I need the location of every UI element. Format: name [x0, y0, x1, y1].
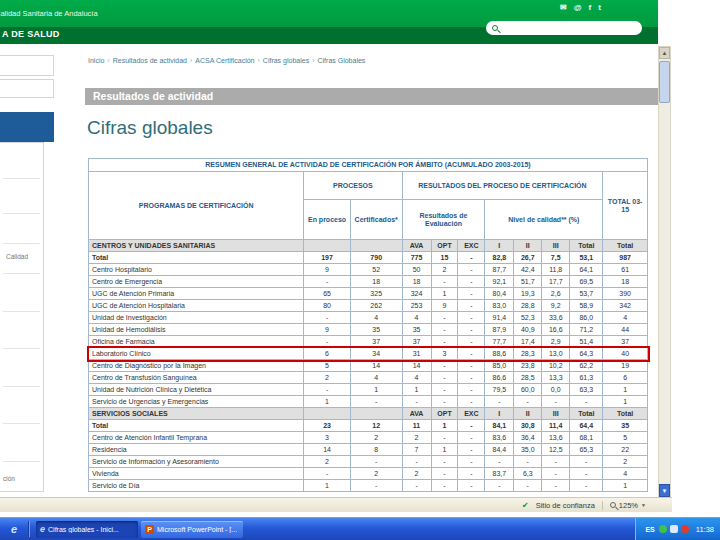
twitter-icon[interactable]: t — [598, 3, 601, 13]
messenger-icon[interactable] — [659, 525, 667, 533]
breadcrumb-item[interactable]: Inicio — [88, 57, 104, 64]
taskbar-task[interactable]: eCifras globales - Inici... — [36, 521, 138, 538]
internet-explorer-icon[interactable]: e — [11, 523, 17, 535]
table-row: Centro de Emergencia-1818--92,151,717,76… — [89, 276, 648, 288]
breadcrumb-item[interactable]: Resultados de actividad — [113, 57, 187, 64]
social-icons: ✉@ft — [560, 3, 601, 13]
table-section-row: SERVICIOS SOCIALESAVAOPTEXCIIIIIITotalTo… — [89, 408, 648, 420]
col-quality: Nivel de calidad** (%) — [485, 200, 603, 240]
tray-icons — [659, 525, 689, 533]
table-row: Servicio de Urgencias y Emergencias1----… — [89, 396, 648, 408]
search-box — [486, 21, 642, 35]
col-group-processes: PROCESOS — [304, 172, 402, 200]
language-indicator[interactable]: ES — [645, 526, 654, 533]
table-row: UGC de Atención Hospitalaria802622539-83… — [89, 300, 648, 312]
breadcrumb-separator: › — [107, 57, 109, 64]
table-row: Centro de Transfusión Sanguínea244--86,6… — [89, 372, 648, 384]
windows-taskbar: e eCifras globales - Inici...PMicrosoft … — [0, 517, 720, 540]
breadcrumb-item[interactable]: Cifras Globales — [318, 57, 366, 64]
task-label: Microsoft PowerPoint - [... — [157, 526, 237, 533]
scroll-up-icon[interactable]: ▲ — [659, 47, 670, 59]
security-icon[interactable] — [681, 525, 689, 533]
table-title-row: RESUMEN GENERAL DE ACTIVIDAD DE CERTIFIC… — [89, 159, 648, 172]
table-title: RESUMEN GENERAL DE ACTIVIDAD DE CERTIFIC… — [89, 159, 648, 172]
search-icon — [492, 25, 498, 31]
col-evaluation: Resultados de Evaluación — [402, 200, 485, 240]
trusted-site-check-icon: ✔ — [522, 501, 529, 510]
browser-status-bar: ✔ Sitio de confianza 125% ▼ — [0, 497, 672, 512]
col-group-results: RESULTADOS DEL PROCESO DE CERTIFICACIÓN — [402, 172, 603, 200]
breadcrumb: Inicio›Resultados de actividad›ACSA Cert… — [88, 57, 648, 64]
table-row: Oficina de Farmacia-3737--77,717,42,951,… — [89, 336, 648, 348]
sidebar-label-fragment[interactable]: Calidad — [6, 253, 28, 260]
search-input[interactable] — [502, 25, 636, 32]
taskbar-divider — [28, 521, 30, 537]
col-in-process: En proceso — [304, 200, 351, 240]
col-certified: Certificados* — [350, 200, 402, 240]
table-row: Centro de Diagnóstico por la Imagen51414… — [89, 360, 648, 372]
table-body: CENTROS Y UNIDADES SANITARIASAVAOPTEXCII… — [89, 240, 648, 492]
zoom-level: 125% — [619, 501, 638, 510]
task-label: Cifras globales - Inici... — [48, 526, 119, 533]
facebook-icon[interactable]: f — [589, 3, 592, 13]
table-row: Centro Hospitalario952502-87,742,411,864… — [89, 264, 648, 276]
scroll-page-down-icon[interactable]: ▼ — [659, 484, 670, 497]
site-logo-subtext: A DE SALUD — [2, 29, 60, 39]
browser-screenshot: Calidad Sanitaria de Andalucía ✉@ft A DE… — [0, 0, 720, 540]
contact-icon[interactable]: @ — [574, 3, 582, 13]
internet-explorer-icon: e — [40, 524, 45, 534]
table-row: Unidad de Hemodiálisis93535--87,940,916,… — [89, 324, 648, 336]
table-row-highlighted: Laboratorio Clínico634313-88,628,313,064… — [89, 348, 648, 360]
zoom-control[interactable]: 125% ▼ — [610, 501, 646, 510]
taskbar-task[interactable]: PMicrosoft PowerPoint - [... — [141, 521, 243, 538]
col-group-total: TOTAL 03-15 — [603, 172, 648, 240]
zoom-icon — [610, 502, 616, 508]
chevron-down-icon: ▼ — [641, 502, 646, 508]
breadcrumb-item[interactable]: Cifras globales — [263, 57, 309, 64]
vertical-scrollbar[interactable]: ▲ ▼ ▼ — [658, 46, 671, 512]
table-row: Servicio de Información y Asesoramiento2… — [89, 456, 648, 468]
table-row: Total2312111-84,130,811,464,435 — [89, 420, 648, 432]
sidebar-item[interactable] — [0, 55, 54, 76]
table-row: Centro de Atención Infantil Temprana322-… — [89, 432, 648, 444]
breadcrumb-separator: › — [312, 57, 314, 64]
results-table: RESUMEN GENERAL DE ACTIVIDAD DE CERTIFIC… — [88, 158, 648, 492]
trusted-site-label: Sitio de confianza — [536, 501, 595, 510]
sidebar-menu-panel: Calidad ción — [0, 142, 44, 492]
section-band: Resultados de actividad — [85, 88, 658, 105]
table-row: Servicio de Día1--------1 — [89, 480, 648, 492]
breadcrumb-item[interactable]: ACSA Certificación — [195, 57, 254, 64]
col-group-programs: PROGRAMAS DE CERTIFICACIÓN — [89, 172, 304, 240]
page-title: Cifras globales — [87, 117, 213, 139]
table-row: Total19779077515-82,826,77,553,1987 — [89, 252, 648, 264]
breadcrumb-separator: › — [258, 57, 260, 64]
table-section-row: CENTROS Y UNIDADES SANITARIASAVAOPTEXCII… — [89, 240, 648, 252]
quick-launch: e — [0, 523, 28, 535]
taskbar-clock: 11:38 — [696, 525, 714, 534]
site-logo-text: Calidad Sanitaria de Andalucía — [0, 9, 98, 18]
sidebar-item[interactable] — [0, 79, 54, 98]
scrollbar-thumb[interactable] — [659, 61, 670, 103]
table-row: Unidad de Nutrición Clínica y Dietética-… — [89, 384, 648, 396]
table-row: UGC de Atención Primaria653253241-80,419… — [89, 288, 648, 300]
table-row: Unidad de Investigación-44--91,452,333,6… — [89, 312, 648, 324]
email-icon[interactable]: ✉ — [560, 3, 567, 13]
table-header-row-1: PROGRAMAS DE CERTIFICACIÓN PROCESOS RESU… — [89, 172, 648, 200]
sidebar-item-active[interactable] — [0, 112, 54, 142]
table-row: Residencia14871-84,435,012,565,322 — [89, 444, 648, 456]
powerpoint-icon: P — [145, 525, 154, 534]
table-row: Vivienda-22--83,76,3--4 — [89, 468, 648, 480]
system-tray: ES 11:38 — [635, 518, 720, 540]
volume-icon[interactable] — [670, 525, 678, 533]
sidebar-label-fragment[interactable]: ción — [3, 475, 15, 482]
breadcrumb-separator: › — [190, 57, 192, 64]
taskbar-tasks: eCifras globales - Inici...PMicrosoft Po… — [33, 521, 243, 538]
